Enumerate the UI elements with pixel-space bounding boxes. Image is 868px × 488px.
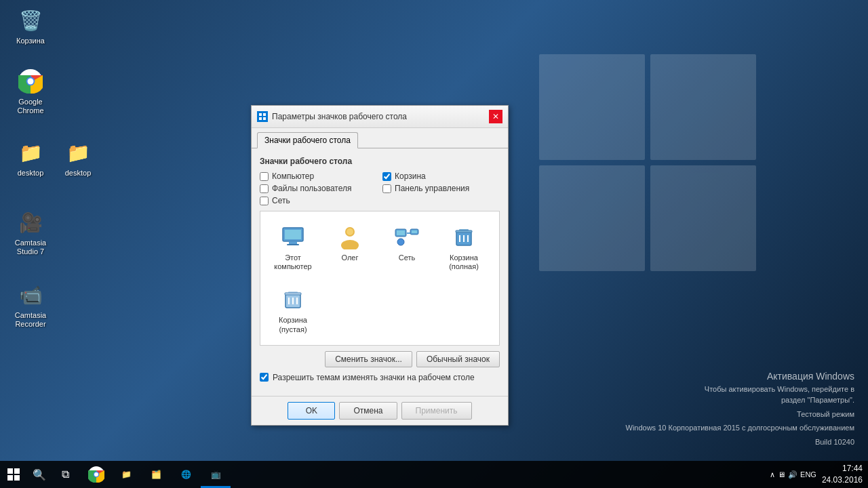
tray-volume-icon[interactable]: 🔊 <box>788 470 797 479</box>
dialog-title-text: Параметры значков рабочего стола <box>272 112 407 121</box>
icon-cell-network[interactable]: Сеть <box>380 217 434 277</box>
recycle-empty-icon <box>279 285 307 313</box>
taskbar-explorer[interactable]: 📁 <box>111 461 141 488</box>
theme-checkbox-label: Разрешить темам изменять значки на рабоч… <box>273 373 475 382</box>
network-display-icon <box>393 222 421 251</box>
user-icon <box>336 222 364 251</box>
svg-rect-6 <box>259 117 262 120</box>
desktop-icon-camtasia-recorder[interactable]: 📹 Camtasia Recorder <box>7 281 54 329</box>
activation-edition: Windows 10 Корпоративная 2015 с долгосро… <box>626 422 855 434</box>
checkbox-net-input[interactable] <box>260 197 269 205</box>
checkbox-computer-label: Компьютер <box>272 171 314 181</box>
desktop-icon-camtasia-studio[interactable]: 🎥 Camtasia Studio 7 <box>7 209 54 256</box>
ok-button[interactable]: OK <box>288 402 335 420</box>
camtasia-studio-icon: 🎥 <box>17 209 44 236</box>
windows-logo-decoration <box>529 54 766 291</box>
checkboxes-group: Компьютер Корзина Файлы пользователя Пан… <box>260 171 500 205</box>
checkbox-computer[interactable]: Компьютер <box>260 171 377 181</box>
svg-rect-32 <box>285 293 301 295</box>
tray-up-arrow[interactable]: ∧ <box>770 470 775 479</box>
this-pc-icon <box>279 222 307 251</box>
chrome-label: GoogleChrome <box>17 98 43 115</box>
tab-desktop-icons[interactable]: Значки рабочего стола <box>257 132 358 148</box>
svg-rect-36 <box>14 475 20 481</box>
svg-point-13 <box>341 240 359 249</box>
checkbox-recycle-label: Корзина <box>395 171 426 181</box>
icon-cell-this-pc[interactable]: Этот компьютер <box>266 217 320 277</box>
dialog-title-icon <box>257 111 268 122</box>
cancel-button[interactable]: Отмена <box>339 402 397 420</box>
theme-checkbox-input[interactable] <box>260 373 269 382</box>
start-button[interactable] <box>0 461 27 488</box>
folder2-label: desktop <box>65 169 92 178</box>
checkbox-control-panel[interactable]: Панель управления <box>382 184 500 193</box>
svg-rect-16 <box>397 230 405 235</box>
network-label: Сеть <box>399 253 415 262</box>
checkbox-computer-input[interactable] <box>260 172 269 181</box>
icon-cell-recycle-empty[interactable]: Корзина (пустая) <box>266 279 320 339</box>
dialog-titlebar[interactable]: Параметры значков рабочего стола ✕ <box>252 106 508 128</box>
folder2-icon: 📁 <box>64 139 92 166</box>
checkbox-recycle-input[interactable] <box>382 172 391 181</box>
recycle-full-icon <box>450 222 478 251</box>
svg-rect-4 <box>259 113 262 116</box>
folder1-icon: 📁 <box>17 139 44 166</box>
checkbox-cp-label: Панель управления <box>395 184 469 193</box>
svg-point-14 <box>347 228 353 235</box>
search-button[interactable]: 🔍 <box>27 462 52 487</box>
checkbox-cp-input[interactable] <box>382 184 391 193</box>
checkbox-recycle[interactable]: Корзина <box>382 171 500 181</box>
taskbar-date: 24.03.2016 <box>822 474 863 486</box>
action-buttons: Сменить значок... Обычный значок <box>260 351 500 367</box>
svg-rect-34 <box>14 468 20 474</box>
desktop: 🗑️ Корзина GoogleChrome 📁 desktop 📁 desk… <box>0 0 868 488</box>
svg-point-40 <box>94 472 98 476</box>
this-pc-label: Этот компьютер <box>270 253 316 271</box>
dialog-close-button[interactable]: ✕ <box>489 110 502 123</box>
taskbar-ie[interactable]: 🌐 <box>171 461 201 488</box>
desktop-icon-desktop1[interactable]: 📁 desktop <box>7 139 54 178</box>
taskbar-files[interactable]: 🗂️ <box>141 461 171 488</box>
taskbar-active-app[interactable]: 📺 <box>201 461 231 488</box>
camtasia-recorder-label: Camtasia Recorder <box>7 311 54 329</box>
activation-notice: Активация Windows Чтобы активировать Win… <box>626 369 855 448</box>
taskbar-time: 17:44 <box>822 463 863 474</box>
section-label: Значки рабочего стола <box>260 157 500 166</box>
change-icon-button[interactable]: Сменить значок... <box>325 351 412 367</box>
svg-point-17 <box>397 239 404 245</box>
activation-line2: раздел "Параметры". <box>626 394 855 406</box>
activation-mode: Тестовый режим <box>797 410 854 418</box>
desktop-icons-dialog: Параметры значков рабочего стола ✕ Значк… <box>251 105 509 426</box>
tray-network-icon: 🖥 <box>778 470 785 479</box>
tray-language[interactable]: ENG <box>800 470 816 479</box>
time-block: 17:44 24.03.2016 <box>822 463 863 486</box>
taskbar-apps: 📁 🗂️ 🌐 📺 <box>81 461 770 488</box>
icon-cell-user[interactable]: Олег <box>323 217 377 277</box>
svg-rect-9 <box>285 230 301 239</box>
svg-rect-10 <box>289 241 297 244</box>
checkbox-user-files[interactable]: Файлы пользователя <box>260 184 377 193</box>
dialog-body: Значки рабочего стола Компьютер Корзина … <box>252 148 508 396</box>
checkbox-network[interactable]: Сеть <box>260 196 377 205</box>
dialog-footer: OK Отмена Применить <box>252 396 508 425</box>
camtasia-studio-label: Camtasia Studio 7 <box>7 239 54 256</box>
taskbar-chrome[interactable] <box>81 461 111 488</box>
desktop-icon-desktop2[interactable]: 📁 desktop <box>54 139 102 178</box>
apply-button[interactable]: Применить <box>401 402 472 420</box>
activation-build: Build 10240 <box>626 436 855 448</box>
default-icon-button[interactable]: Обычный значок <box>416 351 500 367</box>
checkbox-user-label: Файлы пользователя <box>272 184 351 193</box>
desktop-icon-recycle-bin[interactable]: 🗑️ Корзина <box>7 7 54 45</box>
theme-checkbox-row[interactable]: Разрешить темам изменять значки на рабоч… <box>260 373 500 382</box>
task-view-button[interactable]: ⧉ <box>52 461 79 488</box>
svg-rect-11 <box>287 244 299 245</box>
taskbar-tray: ∧ 🖥 🔊 ENG 17:44 24.03.2016 <box>770 463 863 486</box>
activation-line1: Чтобы активировать Windows, перейдите в <box>626 384 855 395</box>
icon-cell-recycle-full[interactable]: Корзина (полная) <box>437 217 491 277</box>
recycle-bin-label: Корзина <box>16 37 45 45</box>
checkbox-user-input[interactable] <box>260 184 269 193</box>
recycle-full-label: Корзина (полная) <box>441 253 487 271</box>
svg-rect-7 <box>263 117 266 120</box>
svg-rect-20 <box>412 230 417 233</box>
desktop-icon-chrome[interactable]: GoogleChrome <box>7 68 54 115</box>
